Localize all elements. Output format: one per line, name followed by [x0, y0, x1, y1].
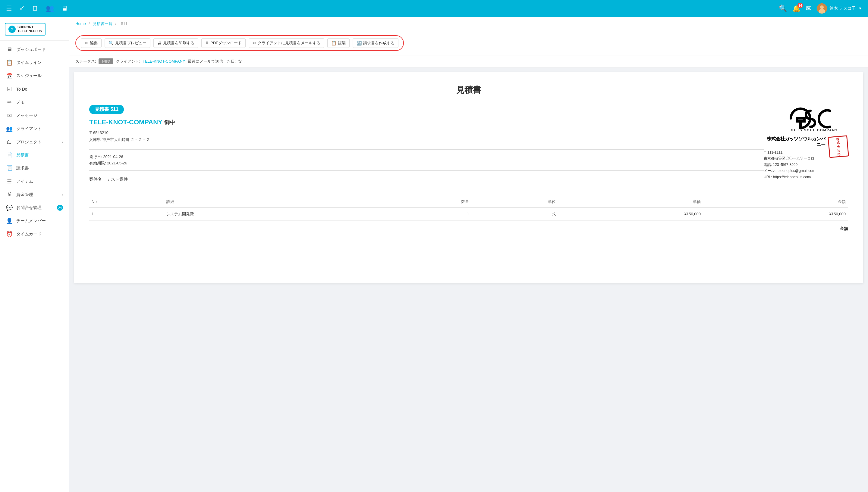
- notification-count: 24: [797, 3, 803, 8]
- status-badge: 下書き: [98, 58, 113, 64]
- quote-document: 見積書 見積書 511 TELE-KNOT-COMPANY 御中 〒654321…: [74, 72, 863, 283]
- toolbar-section: ✏ 編集 🔍 見積書プレビュー 🖨 見積書を印刷する ⬇ PDFダウンロード ✉: [69, 31, 868, 55]
- edit-button[interactable]: ✏ 編集: [81, 38, 101, 48]
- client-label: クライアント:: [116, 59, 140, 64]
- quote-title: 見積書: [89, 84, 848, 96]
- invoice-icon: 📃: [6, 165, 13, 172]
- col-unit: 単位: [471, 196, 558, 208]
- breadcrumb-list[interactable]: 見積書一覧: [93, 21, 112, 26]
- sidebar-item-invoice[interactable]: 📃 請求書: [0, 162, 69, 175]
- inquiry-icon: 💬: [6, 204, 13, 211]
- print-icon: 🖨: [157, 41, 162, 46]
- sidebar-item-finance[interactable]: ¥ 資金管理 ›: [0, 188, 69, 201]
- svg-point-1: [820, 5, 824, 9]
- client-icon: 👥: [6, 126, 13, 132]
- user-menu[interactable]: 鈴木 テスコ子 ▼: [817, 3, 862, 14]
- search-icon[interactable]: 🔍: [779, 4, 787, 13]
- sidebar-item-client[interactable]: 👥 クライアント: [0, 122, 69, 136]
- breadcrumb-home[interactable]: Home: [75, 21, 86, 26]
- sidebar-item-label: チームメンバー: [16, 218, 46, 224]
- timecard-icon: ⏰: [6, 231, 13, 238]
- sidebar-item-items[interactable]: ☰ アイテム: [0, 175, 69, 188]
- row-unit-price: ¥150,000: [558, 207, 703, 220]
- print-button[interactable]: 🖨 見積書を印刷する: [154, 38, 198, 48]
- breadcrumb-separator: /: [89, 21, 91, 26]
- chevron-down-icon: ▼: [858, 6, 862, 10]
- sidebar-item-todo[interactable]: ☑ To Do: [0, 82, 69, 96]
- sidebar-item-message[interactable]: ✉ メッセージ: [0, 109, 69, 122]
- main-content: Home / 見積書一覧 / 511 ✏ 編集 🔍 見積書プレビュー 🖨 見積書…: [69, 17, 868, 492]
- logo: ? SUPPORTTELEONEPLUS: [5, 23, 46, 35]
- sidebar-item-label: 資金管理: [16, 192, 33, 198]
- email-button[interactable]: ✉ クライアントに見積書をメールする: [249, 38, 324, 48]
- sidebar-item-project[interactable]: 🗂 プロジェクト ›: [0, 136, 69, 148]
- arrow-icon: ›: [62, 140, 63, 144]
- row-qty: 1: [385, 207, 472, 220]
- create-invoice-button[interactable]: 🔄 請求書を作成する: [353, 38, 398, 48]
- col-no: No.: [89, 196, 164, 208]
- pdf-download-button[interactable]: ⬇ PDFダウンロード: [201, 38, 245, 48]
- status-bar: ステータス: 下書き クライアント: TELE-KNOT-COMPANY 最後に…: [69, 55, 868, 68]
- top-navigation: ☰ ✓ 🗒 👥 🖥 🔍 🔔 24 ✉ 鈴木 テスコ子 ▼: [0, 0, 868, 17]
- search-icon: 🔍: [109, 41, 114, 46]
- sidebar-item-label: お問合せ管理: [16, 205, 42, 211]
- check-icon[interactable]: ✓: [19, 4, 25, 13]
- row-unit: 式: [471, 207, 558, 220]
- col-detail: 詳細: [164, 196, 385, 208]
- sidebar-item-label: 請求書: [16, 166, 29, 171]
- sidebar-item-estimate[interactable]: 📄 見積書: [0, 148, 69, 162]
- sidebar-item-label: ダッシュボード: [16, 47, 46, 52]
- honorific: 御中: [164, 120, 175, 126]
- timeline-icon: 📋: [6, 59, 13, 66]
- company-stamp: 株式会社印: [828, 135, 849, 158]
- mail-icon[interactable]: ✉: [806, 4, 811, 13]
- notification-bell[interactable]: 🔔 24: [792, 4, 800, 13]
- quote-header: 見積書 511 TELE-KNOT-COMPANY 御中 〒6543210 兵庫…: [89, 105, 848, 187]
- company-logo: GUTS SOUL COMPANY: [764, 105, 848, 133]
- copy-button[interactable]: 📋 複製: [327, 38, 350, 48]
- refresh-icon: 🔄: [356, 41, 362, 46]
- breadcrumb-current: 511: [121, 21, 127, 26]
- quote-right: GUTS SOUL COMPANY 株式会社ガッツソウルカンパニー 〒111-1…: [764, 105, 848, 180]
- preview-button[interactable]: 🔍 見積書プレビュー: [104, 38, 150, 48]
- breadcrumb-separator: /: [115, 21, 117, 26]
- sidebar-item-label: メッセージ: [16, 113, 38, 118]
- schedule-icon: 📅: [6, 73, 13, 79]
- quote-dates: 発行日: 2021-04-26 有効期限: 2021-05-26: [89, 149, 764, 171]
- project-icon: 🗂: [6, 139, 13, 145]
- memo-icon: ✏: [6, 99, 13, 106]
- toolbar-buttons: ✏ 編集 🔍 見積書プレビュー 🖨 見積書を印刷する ⬇ PDFダウンロード ✉: [75, 35, 404, 51]
- sidebar-item-team[interactable]: 👤 チームメンバー: [0, 214, 69, 228]
- copy-icon: 📋: [331, 41, 336, 46]
- stamp-area: 株式会社ガッツソウルカンパニー 〒111-1111 東京都渋谷区〇〇ー△▽ーロロ…: [764, 136, 848, 180]
- sidebar-item-label: アイテム: [16, 179, 33, 184]
- company-info-right: 株式会社ガッツソウルカンパニー 〒111-1111 東京都渋谷区〇〇ー△▽ーロロ…: [764, 136, 825, 180]
- inquiry-badge: 24: [57, 205, 63, 211]
- quote-table: No. 詳細 数量 単位 単価 金額 1 システム開発費 1 式 ¥150,00: [89, 196, 848, 221]
- message-icon: ✉: [6, 112, 13, 119]
- sidebar-item-label: タイムライン: [16, 60, 42, 65]
- row-amount: ¥150,000: [703, 207, 848, 220]
- svg-text:GUTS SOUL COMPANY: GUTS SOUL COMPANY: [791, 128, 838, 132]
- sidebar-item-inquiry[interactable]: 💬 お問合せ管理 24: [0, 201, 69, 214]
- calendar-nav-icon[interactable]: 🗒: [32, 4, 39, 13]
- client-name-link[interactable]: TELE-KNOT-COMPANY: [143, 59, 185, 64]
- estimate-icon: 📄: [6, 152, 13, 158]
- sidebar-item-timecard[interactable]: ⏰ タイムカード: [0, 228, 69, 241]
- sidebar-item-label: スケジュール: [16, 73, 42, 79]
- users-icon[interactable]: 👥: [46, 4, 54, 13]
- todo-icon: ☑: [6, 86, 13, 93]
- sidebar-item-timeline[interactable]: 📋 タイムライン: [0, 56, 69, 69]
- menu-icon[interactable]: ☰: [6, 4, 12, 13]
- monitor-icon[interactable]: 🖥: [61, 4, 68, 13]
- gsc-logo-svg: GUTS SOUL COMPANY: [788, 105, 848, 132]
- col-unit-price: 単価: [558, 196, 703, 208]
- sidebar-item-memo[interactable]: ✏ メモ: [0, 96, 69, 109]
- last-sent-value: なし: [238, 59, 246, 64]
- sidebar-item-dashboard[interactable]: 🖥 ダッシュボード: [0, 43, 69, 56]
- sidebar-item-label: クライアント: [16, 126, 42, 131]
- arrow-icon: ›: [62, 193, 63, 197]
- sidebar-item-schedule[interactable]: 📅 スケジュール: [0, 69, 69, 82]
- table-row: 1 システム開発費 1 式 ¥150,000 ¥150,000: [89, 207, 848, 220]
- finance-icon: ¥: [6, 192, 13, 198]
